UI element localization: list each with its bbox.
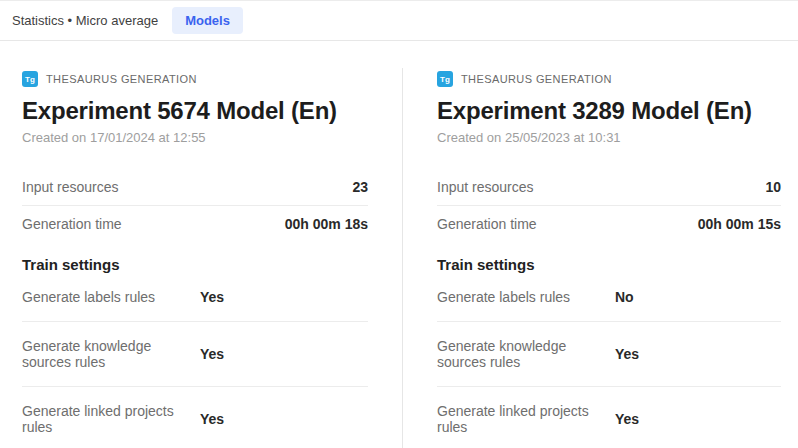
train-row: Generate labels rules Yes <box>22 273 368 322</box>
stat-row: Input resources 23 <box>22 169 368 206</box>
comparison-view: Tg THESAURUS GENERATION Experiment 5674 … <box>0 41 798 448</box>
stat-label: Input resources <box>22 179 119 195</box>
stat-row: Generation time 00h 00m 18s <box>22 206 368 242</box>
train-value: Yes <box>200 289 368 305</box>
train-label: Generate linked projects rules <box>437 403 615 435</box>
thesaurus-generation-icon: Tg <box>437 71 453 87</box>
train-label: Generate knowledge sources rules <box>22 338 200 370</box>
train-settings-table: Generate labels rules No Generate knowle… <box>437 273 781 448</box>
stat-row: Input resources 10 <box>437 169 781 206</box>
stats-table: Input resources 23 Generation time 00h 0… <box>22 169 368 242</box>
stat-value: 23 <box>352 179 368 195</box>
column-divider <box>402 68 403 448</box>
category-label: THESAURUS GENERATION <box>461 73 612 85</box>
train-value: Yes <box>615 346 781 362</box>
train-label: Generate labels rules <box>22 289 200 305</box>
train-row: Generate linked projects rules Yes <box>22 387 368 448</box>
created-date: Created on 17/01/2024 at 12:55 <box>22 130 368 145</box>
thesaurus-generation-icon: Tg <box>22 71 38 87</box>
train-settings-table: Generate labels rules Yes Generate knowl… <box>22 273 368 448</box>
created-date: Created on 25/05/2023 at 10:31 <box>437 130 781 145</box>
stat-value: 00h 00m 18s <box>285 216 368 232</box>
stat-row: Generation time 00h 00m 15s <box>437 206 781 242</box>
model-header-left: Tg THESAURUS GENERATION <box>22 71 368 87</box>
models-tab[interactable]: Models <box>172 7 243 34</box>
train-value: Yes <box>200 346 368 362</box>
train-label: Generate labels rules <box>437 289 615 305</box>
model-card-right: Tg THESAURUS GENERATION Experiment 3289 … <box>402 41 798 448</box>
train-row: Generate linked projects rules Yes <box>437 387 781 448</box>
model-title: Experiment 3289 Model (En) <box>437 97 781 125</box>
train-settings-heading: Train settings <box>22 256 368 273</box>
train-value: Yes <box>615 411 781 427</box>
stat-label: Generation time <box>22 216 122 232</box>
model-card-left: Tg THESAURUS GENERATION Experiment 5674 … <box>0 41 402 448</box>
category-label: THESAURUS GENERATION <box>46 73 197 85</box>
train-value: No <box>615 289 781 305</box>
train-value: Yes <box>200 411 368 427</box>
train-row: Generate knowledge sources rules Yes <box>22 322 368 387</box>
stat-label: Input resources <box>437 179 534 195</box>
stats-table: Input resources 10 Generation time 00h 0… <box>437 169 781 242</box>
train-label: Generate linked projects rules <box>22 403 200 435</box>
model-header-right: Tg THESAURUS GENERATION <box>437 71 781 87</box>
stat-label: Generation time <box>437 216 537 232</box>
topbar: Statistics • Micro average Models <box>0 0 798 41</box>
train-row: Generate labels rules No <box>437 273 781 322</box>
model-title: Experiment 5674 Model (En) <box>22 97 368 125</box>
train-row: Generate knowledge sources rules Yes <box>437 322 781 387</box>
breadcrumb: Statistics • Micro average <box>12 13 158 28</box>
stat-value: 10 <box>765 179 781 195</box>
train-label: Generate knowledge sources rules <box>437 338 615 370</box>
train-settings-heading: Train settings <box>437 256 781 273</box>
stat-value: 00h 00m 15s <box>698 216 781 232</box>
